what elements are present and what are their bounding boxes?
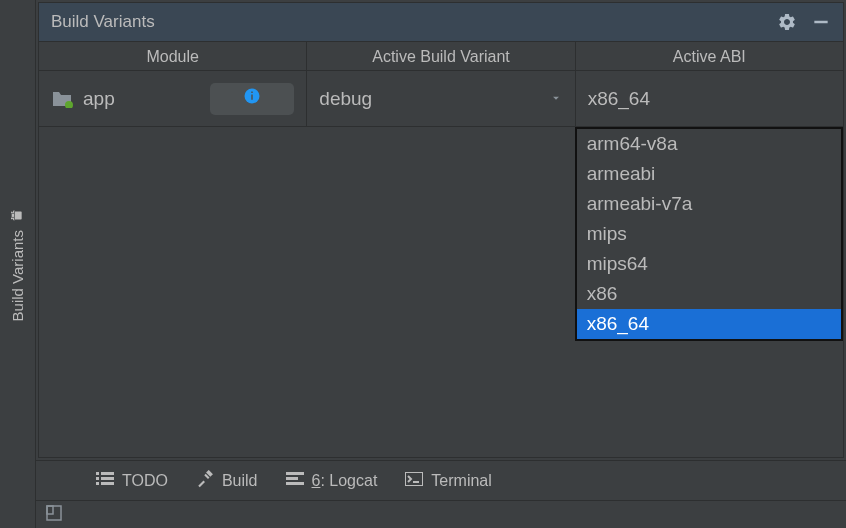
svg-rect-4 (252, 92, 254, 94)
info-icon (243, 87, 261, 110)
column-header-variant[interactable]: Active Build Variant (307, 42, 575, 70)
variant-value: debug (319, 88, 372, 110)
status-bar (36, 500, 846, 528)
abi-option[interactable]: arm64-v8a (577, 129, 841, 159)
table-body: app debug (39, 71, 843, 457)
svg-rect-6 (101, 472, 114, 475)
logcat-icon (286, 472, 304, 490)
svg-rect-5 (96, 472, 99, 475)
toolbar-label-logcat: 6: Logcat (312, 472, 378, 490)
table-column-headers: Module Active Build Variant Active ABI (39, 41, 843, 71)
svg-rect-13 (286, 477, 298, 480)
svg-rect-17 (47, 506, 61, 520)
window-split-icon[interactable] (46, 505, 62, 525)
list-icon (96, 472, 114, 490)
svg-rect-15 (405, 472, 423, 486)
folder-module-icon (51, 90, 73, 108)
toolbar-item-terminal[interactable]: Terminal (405, 472, 491, 490)
module-cell[interactable]: app (39, 71, 307, 126)
info-badge[interactable] (210, 83, 294, 115)
abi-cell[interactable]: x86_64 arm64-v8aarmeabiarmeabi-v7amipsmi… (576, 71, 843, 126)
vertical-tab-label: Build Variants (9, 230, 26, 321)
abi-dropdown-popup: arm64-v8aarmeabiarmeabi-v7amipsmips64x86… (575, 127, 843, 341)
build-variants-panel: Build Variants Module Active Build Varia… (38, 2, 844, 458)
abi-option[interactable]: armeabi (577, 159, 841, 189)
android-icon (10, 206, 26, 222)
abi-value: x86_64 (588, 88, 650, 110)
panel-header-actions (777, 12, 831, 32)
abi-option[interactable]: armeabi-v7a (577, 189, 841, 219)
svg-rect-9 (96, 482, 99, 485)
svg-rect-7 (96, 477, 99, 480)
panel-header: Build Variants (39, 3, 843, 41)
column-header-abi[interactable]: Active ABI (576, 42, 843, 70)
toolbar-label-build: Build (222, 472, 258, 490)
abi-option[interactable]: x86_64 (577, 309, 841, 339)
minimize-icon[interactable] (811, 12, 831, 32)
abi-option[interactable]: mips (577, 219, 841, 249)
svg-rect-12 (286, 472, 304, 475)
gear-icon[interactable] (777, 12, 797, 32)
toolbar-item-logcat[interactable]: 6: Logcat (286, 472, 378, 490)
chevron-down-icon (549, 88, 563, 110)
terminal-icon (405, 472, 423, 490)
toolbar-label-terminal: Terminal (431, 472, 491, 490)
svg-rect-14 (286, 482, 304, 485)
variant-cell[interactable]: debug (307, 71, 575, 126)
bottom-toolbar: TODO Build 6: Logcat (36, 460, 846, 500)
svg-rect-10 (101, 482, 114, 485)
vertical-tab-build-variants[interactable]: Build Variants (3, 194, 32, 333)
column-header-module[interactable]: Module (39, 42, 307, 70)
abi-option[interactable]: x86 (577, 279, 841, 309)
table-row: app debug (39, 71, 843, 127)
hammer-icon (196, 470, 214, 492)
toolbar-item-build[interactable]: Build (196, 470, 258, 492)
main-area: Build Variants Module Active Build Varia… (36, 0, 846, 528)
panel-title: Build Variants (51, 12, 155, 32)
left-tool-tab-bar: Build Variants (0, 0, 36, 528)
svg-rect-8 (101, 477, 114, 480)
svg-rect-3 (252, 95, 254, 100)
svg-rect-18 (47, 506, 53, 514)
toolbar-label-todo: TODO (122, 472, 168, 490)
abi-option[interactable]: mips64 (577, 249, 841, 279)
module-name: app (83, 88, 115, 110)
toolbar-item-todo[interactable]: TODO (96, 472, 168, 490)
